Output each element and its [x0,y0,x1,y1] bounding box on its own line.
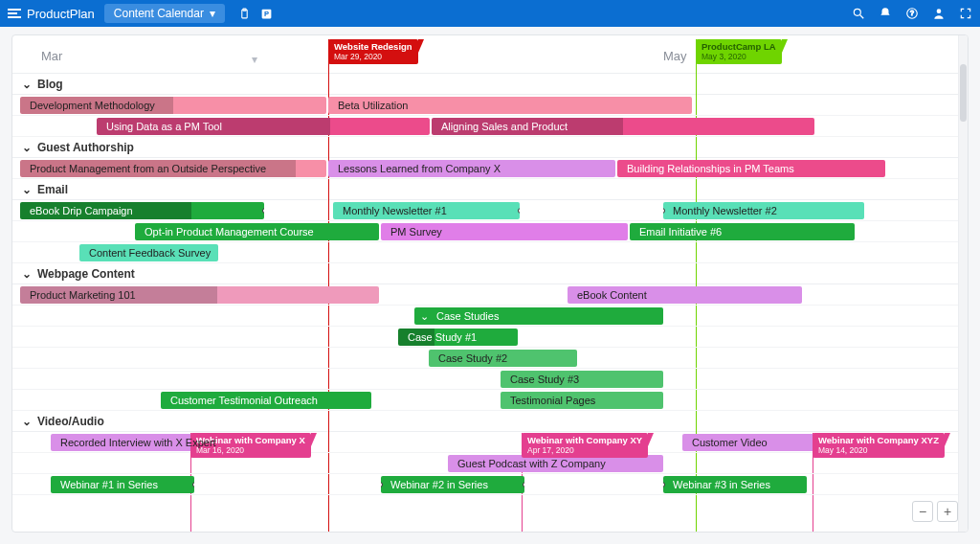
clipboard-icon[interactable] [238,8,251,20]
brand-label: ProductPlan [27,7,95,21]
svg-point-11 [937,9,942,13]
brand[interactable]: ProductPlan [8,7,95,21]
svg-text:P: P [264,10,269,18]
caret-down-icon: ▾ [210,7,215,20]
svg-rect-2 [8,16,21,18]
fullscreen-icon[interactable] [959,7,972,20]
help-icon[interactable]: ? [905,7,919,20]
svg-point-7 [854,9,860,15]
svg-line-8 [860,15,864,19]
svg-text:?: ? [910,10,914,16]
topbar: ProductPlan Content Calendar ▾ P ? [0,0,980,27]
brand-icon [8,7,21,20]
svg-rect-1 [8,12,17,14]
bell-icon[interactable] [879,7,892,20]
board-selector[interactable]: Content Calendar ▾ [104,4,225,23]
board-name: Content Calendar [114,7,204,20]
parking-icon[interactable]: P [260,8,273,20]
svg-rect-0 [8,9,21,11]
search-icon[interactable] [852,7,865,20]
user-icon[interactable] [932,7,946,20]
